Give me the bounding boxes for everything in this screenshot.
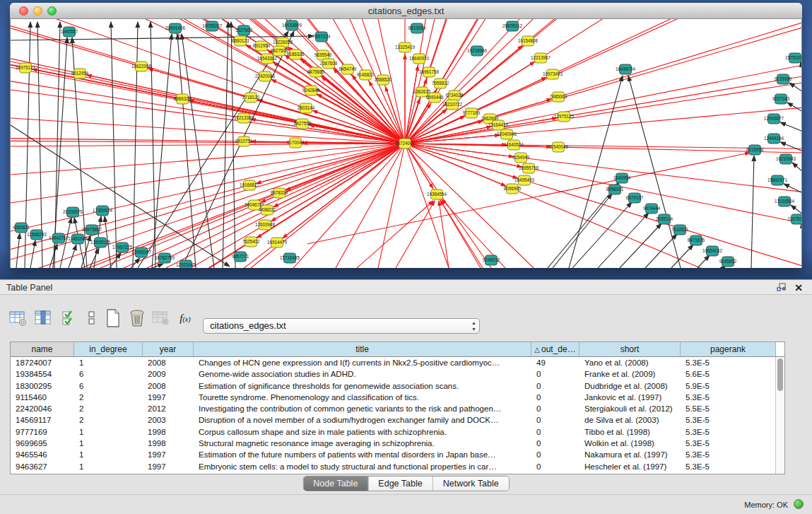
table-cell[interactable]: 5.3E-5	[681, 461, 776, 472]
show-columns-icon[interactable]	[34, 308, 54, 328]
table-cell[interactable]: 1	[74, 426, 143, 438]
table-cell[interactable]: 2009	[143, 368, 194, 380]
table-cell[interactable]: Jankovic et al. (1997)	[579, 392, 681, 403]
table-cell[interactable]: 0	[531, 368, 579, 380]
delete-rows-icon[interactable]	[127, 308, 147, 328]
table-cell[interactable]: Estimation of the future numbers of pati…	[194, 449, 531, 460]
tab-edge-table[interactable]: Edge Table	[368, 477, 433, 491]
table-cell[interactable]: 9463627	[11, 461, 74, 472]
table-settings-icon[interactable]	[8, 308, 28, 328]
table-cell[interactable]: Corpus callosum shape and size in male p…	[194, 426, 531, 438]
table-cell[interactable]: 1	[74, 461, 143, 472]
tab-network-table[interactable]: Network Table	[433, 477, 509, 491]
table-cell[interactable]: 1998	[143, 438, 194, 449]
table-cell[interactable]: Nakamura et al. (1997)	[579, 449, 681, 460]
table-cell[interactable]: 9115460	[11, 392, 74, 403]
table-row[interactable]: 1872400712008Changes of HCN gene express…	[11, 357, 784, 368]
memory-status-icon[interactable]	[794, 499, 804, 509]
table-header-row[interactable]: namein_degreeyeartitle△out_de…shortpager…	[11, 342, 784, 357]
table-cell[interactable]: 1997	[143, 449, 194, 460]
table-cell[interactable]: 9699695	[11, 438, 74, 449]
table-cell[interactable]: 1	[74, 357, 143, 368]
new-table-icon[interactable]	[103, 308, 123, 328]
table-cell[interactable]: 1997	[143, 392, 194, 403]
table-cell[interactable]: de Silva et al. (2003)	[579, 414, 681, 426]
table-source-dropdown[interactable]: citations_edges.txt ▲▼	[203, 318, 480, 334]
table-row[interactable]: 1456911722003Disruption of a novel membe…	[11, 414, 784, 426]
table-cell[interactable]: 14569117	[11, 414, 74, 426]
table-row[interactable]: 946554611997Estimation of the future num…	[11, 449, 784, 460]
table-cell[interactable]: Wolkin et al. (1998)	[579, 438, 681, 449]
table-cell[interactable]: Tibbo et al. (1998)	[579, 426, 681, 438]
table-cell[interactable]: 0	[531, 403, 579, 414]
table-cell[interactable]: 19384554	[11, 368, 74, 380]
table-cell[interactable]: 5.3E-5	[681, 438, 776, 449]
table-cell[interactable]: 49	[531, 357, 579, 368]
table-cell[interactable]: Hescheler et al. (1997)	[579, 461, 681, 472]
table-cell[interactable]: 5.3E-5	[681, 357, 776, 368]
table-cell[interactable]: Genome-wide association studies in ADHD.	[194, 368, 531, 380]
table-body[interactable]: 1872400712008Changes of HCN gene express…	[11, 357, 784, 472]
table-cell[interactable]: Estimation of significance thresholds fo…	[194, 380, 531, 392]
column-header-name[interactable]: name	[11, 342, 74, 356]
column-header-in_degree[interactable]: in_degree	[74, 342, 143, 356]
column-header-out_de[interactable]: △out_de…	[531, 342, 579, 356]
vertical-scrollbar[interactable]	[775, 357, 784, 474]
table-cell[interactable]: 5.3E-5	[681, 414, 776, 426]
table-cell[interactable]: 18300295	[11, 380, 74, 392]
table-cell[interactable]: 9465546	[11, 449, 74, 460]
table-cell[interactable]: 2	[74, 403, 143, 414]
table-cell[interactable]: 0	[531, 380, 579, 392]
float-panel-icon[interactable]	[775, 282, 788, 293]
column-header-pagerank[interactable]: pagerank	[681, 342, 776, 356]
table-cell[interactable]: Stergiakouli et al. (2012)	[579, 403, 681, 414]
table-cell[interactable]: Dudbridge et al. (2008)	[579, 380, 681, 392]
table-panel-titlebar[interactable]: Table Panel ✕	[0, 279, 812, 295]
table-cell[interactable]: 0	[531, 414, 579, 426]
network-canvas[interactable]: 8660123891295418226058982750816543382818…	[10, 19, 802, 268]
column-header-short[interactable]: short	[579, 342, 681, 356]
table-row[interactable]: 946362711997Embryonic stem cells: a mode…	[11, 461, 784, 472]
window-titlebar[interactable]: citations_edges.txt	[10, 3, 802, 19]
table-cell[interactable]: 2	[74, 414, 143, 426]
table-cell[interactable]: 5.6E-5	[681, 368, 776, 380]
table-cell[interactable]: 22420046	[11, 403, 74, 414]
close-panel-icon[interactable]: ✕	[792, 282, 805, 293]
table-row[interactable]: 1938455462009Genome-wide association stu…	[11, 368, 784, 380]
table-cell[interactable]: Structural magnetic resonance image aver…	[194, 438, 531, 449]
table-cell[interactable]: 0	[531, 438, 579, 449]
table-cell[interactable]: 1	[74, 438, 143, 449]
column-header-title[interactable]: title	[194, 342, 531, 356]
table-cell[interactable]: 2008	[143, 380, 194, 392]
table-cell[interactable]: 5.3E-5	[681, 426, 776, 438]
table-cell[interactable]: 1	[74, 449, 143, 460]
table-cell[interactable]: 0	[531, 426, 579, 438]
table-cell[interactable]: Investigating the contribution of common…	[194, 403, 531, 414]
table-cell[interactable]: Disruption of a novel member of a sodium…	[194, 414, 531, 426]
table-cell[interactable]: 6	[74, 368, 143, 380]
table-cell[interactable]: 0	[531, 392, 579, 403]
scrollbar-thumb[interactable]	[777, 358, 783, 391]
table-cell[interactable]: 1997	[143, 461, 194, 472]
table-cell[interactable]: Embryonic stem cells: a model to study s…	[194, 461, 531, 472]
table-row[interactable]: 1830029562008Estimation of significance …	[11, 380, 784, 392]
table-cell[interactable]: 0	[531, 449, 579, 460]
table-cell[interactable]: 2008	[143, 357, 194, 368]
table-cell[interactable]: Yano et al. (2008)	[579, 357, 681, 368]
table-cell[interactable]: 5.3E-5	[681, 449, 776, 460]
table-cell[interactable]: 5.3E-5	[681, 392, 776, 403]
table-cell[interactable]: 18724007	[11, 357, 74, 368]
table-cell[interactable]: Franke et al. (2009)	[579, 368, 681, 380]
table-cell[interactable]: 1998	[143, 426, 194, 438]
table-cell[interactable]: 9777169	[11, 426, 74, 438]
table-row[interactable]: 911546021997Tourette syndrome. Phenomeno…	[11, 392, 784, 403]
table-cell[interactable]: Changes of HCN gene expression and I(f) …	[194, 357, 531, 368]
table-cell[interactable]: 2	[74, 392, 143, 403]
table-cell[interactable]: Tourette syndrome. Phenomenology and cla…	[194, 392, 531, 403]
table-cell[interactable]: 5.5E-5	[681, 403, 776, 414]
table-cell[interactable]: 2003	[143, 414, 194, 426]
table-row[interactable]: 969969511998Structural magnetic resonanc…	[11, 438, 784, 449]
table-cell[interactable]: 5.9E-5	[681, 380, 776, 392]
table-cell[interactable]: 0	[531, 461, 579, 472]
table-row[interactable]: 2242004622012Investigating the contribut…	[11, 403, 784, 414]
